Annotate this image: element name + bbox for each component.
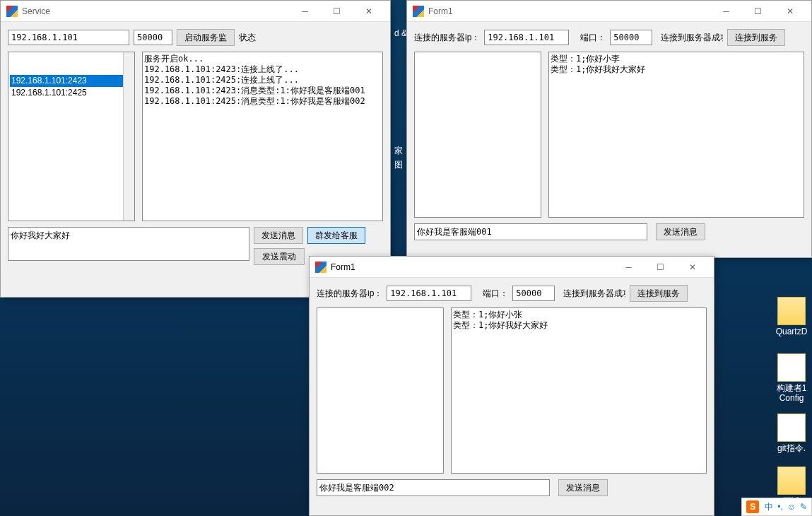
close-button[interactable]: ✕ (774, 1, 806, 22)
desktop-icon-git[interactable]: git指令. (774, 414, 809, 453)
maximize-button[interactable]: ☐ (645, 257, 676, 278)
ime-punct-icon[interactable]: •, (777, 502, 783, 512)
connect-button[interactable]: 连接到服务 (727, 29, 785, 46)
desktop-fragment: 图 (394, 159, 403, 171)
client-log-textarea[interactable]: 类型：1;你好小李 类型：1;你好我好大家好 (548, 52, 804, 218)
minimize-button[interactable]: ─ (710, 1, 742, 22)
folder-icon (777, 297, 806, 325)
client-window-2: Form1 ─ ☐ ✕ 连接的服务器ip： 端口： 连接到服务器成功 连接到服务… (309, 256, 714, 516)
desktop-fragment: d & (394, 28, 407, 38)
app-icon (413, 6, 424, 17)
desktop-icon-config[interactable]: 构建者1 Config (774, 353, 809, 404)
left-textarea[interactable] (414, 52, 541, 218)
send-message-button[interactable]: 发送消息 (656, 223, 705, 240)
titlebar[interactable]: Form1 ─ ☐ ✕ (310, 257, 714, 278)
client-listbox-item[interactable]: 192.168.1.101:2425 (10, 87, 133, 99)
window-title: Form1 (331, 262, 613, 272)
ime-emoji-icon[interactable]: ☺ (787, 502, 796, 512)
titlebar[interactable]: Form1 ─ ☐ ✕ (407, 1, 811, 22)
start-service-button[interactable]: 启动服务监 (177, 29, 235, 46)
close-button[interactable]: ✕ (676, 257, 708, 278)
ime-handwrite-icon[interactable]: ✎ (800, 502, 807, 512)
desktop-icon-label: QuartzD (776, 327, 808, 336)
titlebar[interactable]: Service ─ ☐ ✕ (1, 1, 390, 22)
close-button[interactable]: ✕ (353, 1, 384, 22)
folder-icon (777, 467, 806, 495)
port-label: 端口： (580, 32, 606, 44)
connect-status-label: 连接到服务器成功 (661, 32, 723, 44)
sogou-ime-icon[interactable]: S (746, 500, 759, 513)
window-title: Service (22, 6, 289, 16)
send-message-button[interactable]: 发送消息 (254, 227, 303, 244)
ime-toolbar[interactable]: S 中 •, ☺ ✎ (741, 498, 812, 516)
status-label: 状态 (239, 32, 256, 44)
server-port-input[interactable] (134, 30, 172, 45)
desktop-fragment: 家 (394, 145, 403, 157)
message-input[interactable]: 你好我好大家好 (8, 227, 249, 261)
maximize-button[interactable]: ☐ (742, 1, 774, 22)
left-textarea[interactable] (317, 307, 444, 474)
app-icon (6, 6, 18, 17)
message-input[interactable] (317, 479, 550, 496)
connect-button[interactable]: 连接到服务 (630, 285, 688, 302)
port-input[interactable] (610, 30, 652, 45)
server-ip-label: 连接的服务器ip： (317, 288, 382, 300)
client-listbox-item[interactable]: 192.168.1.101:2423 (10, 75, 133, 87)
desktop-icon-label: 构建者1 Config (777, 383, 807, 403)
file-icon (777, 353, 806, 382)
file-icon (777, 414, 806, 442)
port-label: 端口： (483, 288, 508, 300)
message-input[interactable] (414, 223, 647, 240)
client-window-1: Form1 ─ ☐ ✕ 连接的服务器ip： 端口： 连接到服务器成功 连接到服务… (406, 0, 812, 258)
scrollbar[interactable] (123, 52, 134, 221)
desktop-icon-quartz[interactable]: QuartzD (774, 297, 809, 336)
minimize-button[interactable]: ─ (613, 257, 645, 278)
broadcast-button[interactable]: 群发给客服 (307, 227, 365, 244)
send-shake-button[interactable]: 发送震动 (254, 248, 305, 265)
server-ip-input[interactable] (387, 286, 471, 301)
port-input[interactable] (512, 286, 555, 301)
client-listbox[interactable]: 192.168.1.101:2423192.168.1.101:2425 (8, 52, 135, 221)
service-window: Service ─ ☐ ✕ 启动服务监 状态 192.168.1.101:242… (0, 0, 391, 298)
server-ip-label: 连接的服务器ip： (414, 32, 480, 44)
desktop-icon-label: git指令. (777, 443, 806, 453)
ime-lang-icon[interactable]: 中 (765, 501, 773, 513)
window-title: Form1 (428, 6, 710, 16)
app-icon (315, 262, 326, 273)
connect-status-label: 连接到服务器成功 (563, 288, 625, 300)
client-log-textarea[interactable]: 类型：1;你好小张 类型：1;你好我好大家好 (451, 307, 707, 474)
server-ip-input[interactable] (8, 30, 129, 45)
maximize-button[interactable]: ☐ (321, 1, 353, 22)
server-log-textarea[interactable]: 服务开启ok... 192.168.1.101:2423:连接上线了... 19… (142, 52, 383, 221)
server-ip-input[interactable] (484, 30, 569, 45)
send-message-button[interactable]: 发送消息 (558, 479, 608, 496)
minimize-button[interactable]: ─ (289, 1, 321, 22)
